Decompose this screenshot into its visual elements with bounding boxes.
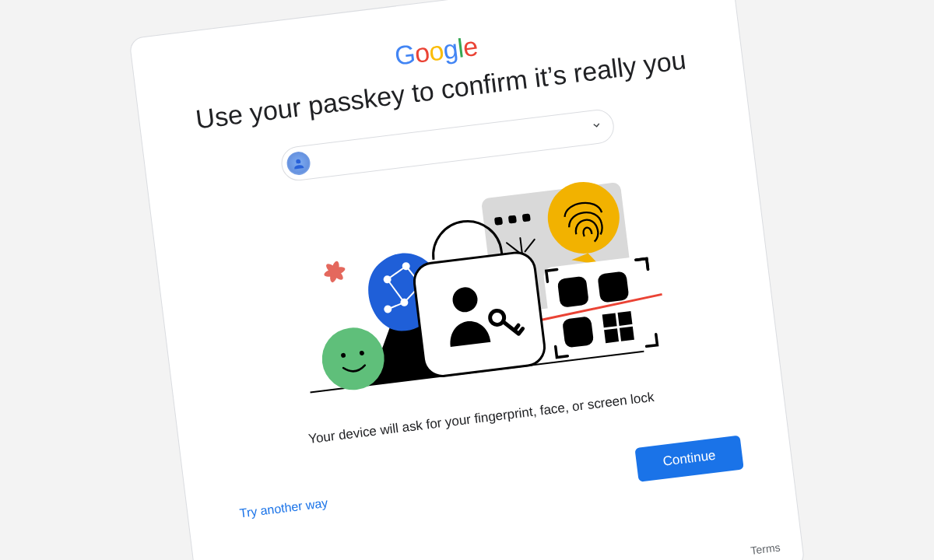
svg-rect-3	[494, 217, 503, 226]
svg-point-0	[296, 159, 301, 164]
svg-rect-10	[558, 277, 588, 306]
svg-rect-15	[606, 330, 618, 342]
terms-link[interactable]: Terms	[750, 541, 781, 557]
action-row: Try another way Continue	[233, 435, 745, 531]
account-label	[318, 128, 583, 161]
passkey-dialog: Google Use your passkey to confirm it’s …	[128, 0, 805, 560]
svg-rect-11	[599, 272, 628, 302]
continue-button[interactable]: Continue	[634, 435, 743, 481]
svg-rect-5	[522, 213, 531, 222]
passkey-illustration	[244, 159, 686, 419]
svg-rect-13	[603, 314, 616, 327]
svg-rect-12	[564, 317, 593, 347]
svg-rect-16	[621, 327, 634, 340]
svg-rect-4	[508, 215, 517, 223]
svg-rect-34	[413, 250, 547, 378]
try-another-way-link[interactable]: Try another way	[235, 489, 332, 527]
svg-rect-14	[619, 312, 631, 324]
avatar-icon	[286, 150, 311, 176]
chevron-down-icon	[591, 119, 603, 135]
